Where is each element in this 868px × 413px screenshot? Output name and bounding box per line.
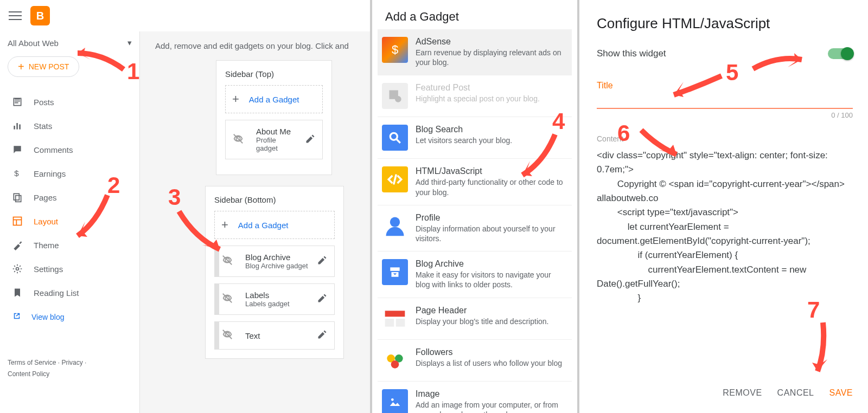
svg-rect-0 <box>14 126 15 130</box>
gadget-page-header[interactable]: Page HeaderDisplay your blog's title and… <box>378 298 572 340</box>
gadget-html-javascript[interactable]: HTML/JavaScriptAdd third-party functiona… <box>378 159 572 205</box>
add-gadget-dialog: Add a Gadget $ AdSenseEarn revenue by di… <box>370 0 579 413</box>
sidebar-bottom-title: Sidebar (Bottom) <box>214 195 335 204</box>
svg-rect-18 <box>396 319 405 327</box>
archive-icon <box>382 259 408 285</box>
configure-title: Configure HTML/JavaScript <box>597 15 853 32</box>
chevron-down-icon: ▾ <box>127 38 132 48</box>
blog-name: All About Web <box>8 38 59 48</box>
new-post-button[interactable]: + NEW POST <box>8 56 79 77</box>
nav-posts[interactable]: Posts <box>0 90 129 114</box>
blogger-main: B All About Web ▾ + NEW POST Posts Stats… <box>0 0 370 413</box>
profile-icon <box>382 213 408 239</box>
earnings-icon: $ <box>12 168 23 179</box>
save-button[interactable]: SAVE <box>829 388 853 398</box>
svg-line-13 <box>397 140 400 144</box>
gadget-blog-archive[interactable]: Blog ArchiveMake it easy for visitors to… <box>378 251 572 298</box>
widget-text[interactable]: Text <box>214 321 335 350</box>
cancel-button[interactable]: CANCEL <box>777 388 814 398</box>
content-policy-link[interactable]: Content Policy <box>8 370 49 378</box>
nav-reading-list[interactable]: Reading List <box>0 281 129 305</box>
gadget-adsense[interactable]: $ AdSenseEarn revenue by displaying rele… <box>378 29 572 75</box>
svg-rect-6 <box>14 217 22 225</box>
header-icon <box>382 306 408 332</box>
svg-point-9 <box>16 268 19 270</box>
featured-post-icon <box>382 83 408 109</box>
sidebar-top-title: Sidebar (Top) <box>225 69 323 79</box>
svg-rect-15 <box>390 267 399 271</box>
visibility-off-icon <box>221 254 233 268</box>
layout-area: Add, remove and edit gadgets on your blo… <box>140 31 370 413</box>
gadget-image[interactable]: ImageAdd an image from your computer, or… <box>378 382 572 414</box>
sidebar-bottom-panel: Sidebar (Bottom) + Add a Gadget Blog Arc… <box>205 186 344 359</box>
pages-icon <box>12 192 23 203</box>
svg-point-12 <box>390 133 397 140</box>
widget-labels[interactable]: LabelsLabels gadget <box>214 283 335 315</box>
blog-selector[interactable]: All About Web ▾ <box>0 34 139 49</box>
svg-point-21 <box>391 360 399 369</box>
content-label: Content <box>597 134 853 143</box>
gadget-profile[interactable]: ProfileDisplay information about yoursel… <box>378 205 572 251</box>
terms-link[interactable]: Terms of Service <box>8 359 56 366</box>
open-icon <box>12 311 22 322</box>
topbar: B <box>0 0 370 31</box>
theme-icon <box>12 240 23 250</box>
sidebar-top-panel: Sidebar (Top) + Add a Gadget About MePro… <box>216 60 332 175</box>
pencil-icon[interactable] <box>317 329 328 342</box>
new-post-label: NEW POST <box>29 62 69 71</box>
widget-about-me[interactable]: About MeProfile gadget <box>225 120 323 159</box>
hamburger-icon[interactable] <box>9 9 22 23</box>
widget-blog-archive[interactable]: Blog ArchiveBlog Archive gadget <box>214 246 335 277</box>
svg-point-11 <box>395 96 401 102</box>
configure-panel: Configure HTML/JavaScript Show this widg… <box>582 0 868 413</box>
add-gadget-top[interactable]: + Add a Gadget <box>225 85 323 113</box>
privacy-link[interactable]: Privacy <box>61 359 82 366</box>
remove-button[interactable]: REMOVE <box>723 388 762 398</box>
nav-settings[interactable]: Settings <box>0 257 129 281</box>
nav-earnings[interactable]: $Earnings <box>0 162 129 185</box>
adsense-icon: $ <box>382 37 408 63</box>
svg-rect-5 <box>16 196 21 202</box>
nav-pages[interactable]: Pages <box>0 185 129 209</box>
svg-rect-2 <box>19 125 21 130</box>
blogger-logo-icon[interactable]: B <box>30 6 50 25</box>
title-field-label: Title <box>597 81 853 91</box>
title-input[interactable] <box>597 93 853 109</box>
visibility-off-icon <box>221 292 233 306</box>
image-icon <box>382 389 408 414</box>
pencil-icon[interactable] <box>305 133 316 146</box>
gear-icon <box>12 263 23 274</box>
stats-icon <box>12 120 23 131</box>
svg-rect-16 <box>385 311 405 317</box>
visibility-off-icon <box>232 133 244 147</box>
show-widget-label: Show this widget <box>597 48 666 59</box>
footer-links: Terms of Service · Privacy · Content Pol… <box>8 357 86 380</box>
svg-point-14 <box>390 217 400 227</box>
title-counter: 0 / 100 <box>597 111 853 119</box>
svg-rect-17 <box>385 319 394 327</box>
pencil-icon[interactable] <box>317 293 328 306</box>
view-blog-link[interactable]: View blog <box>0 305 139 329</box>
nav-comments[interactable]: Comments <box>0 138 129 162</box>
gadget-followers[interactable]: FollowersDisplays a list of users who fo… <box>378 340 572 382</box>
add-gadget-bottom[interactable]: + Add a Gadget <box>214 211 335 239</box>
content-textarea[interactable]: <div class="copyright" style="text-align… <box>597 149 853 306</box>
followers-icon <box>382 347 408 373</box>
plus-icon: + <box>232 92 239 106</box>
show-widget-toggle[interactable] <box>828 48 853 59</box>
dialog-title: Add a Gadget <box>372 0 577 29</box>
svg-rect-4 <box>14 193 19 200</box>
gadget-blog-search[interactable]: Blog SearchLet visitors search your blog… <box>378 117 572 159</box>
gadget-featured-post[interactable]: Featured PostHighlight a special post on… <box>378 75 572 117</box>
plus-icon: + <box>18 63 24 70</box>
left-sidebar: All About Web ▾ + NEW POST Posts Stats C… <box>0 31 140 413</box>
nav-stats[interactable]: Stats <box>0 114 129 138</box>
code-icon <box>382 166 408 192</box>
svg-rect-1 <box>16 123 18 130</box>
nav-layout[interactable]: Layout <box>0 209 129 233</box>
nav-theme[interactable]: Theme <box>0 233 129 257</box>
bookmark-icon <box>12 287 23 298</box>
pencil-icon[interactable] <box>317 255 328 268</box>
comments-icon <box>12 144 23 155</box>
layout-icon <box>12 216 23 227</box>
